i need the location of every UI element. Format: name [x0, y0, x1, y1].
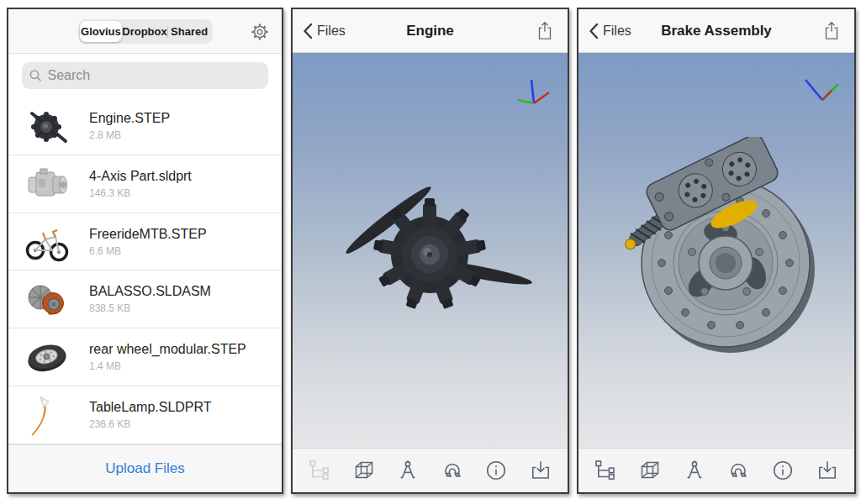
chevron-left-icon: [303, 23, 313, 39]
file-size: 6.6 MB: [89, 245, 207, 257]
viewer-header: Files Brake Assembly: [578, 9, 854, 53]
file-size: 1.4 MB: [89, 360, 246, 372]
assembly-tree-icon: [306, 457, 333, 484]
source-segmented-control: Glovius Dropbox Shared: [78, 19, 213, 44]
search-field[interactable]: [22, 62, 268, 89]
axis-triad-icon: [515, 75, 552, 110]
brake-viewer-panel: Files Brake Assembly: [577, 8, 856, 494]
section-icon[interactable]: [439, 457, 466, 484]
engine-viewer-panel: Files Engine: [291, 8, 569, 494]
viewer-toolbar: [578, 448, 854, 492]
list-item-4axis-part[interactable]: 4-Axis Part.sldprt 146.3 KB: [8, 155, 282, 213]
library-toolbar: Glovius Dropbox Shared: [8, 9, 282, 54]
list-item-rear-wheel[interactable]: rear wheel_modular.STEP 1.4 MB: [8, 328, 282, 386]
tab-shared[interactable]: Shared: [168, 21, 211, 42]
export-download-icon[interactable]: [814, 457, 841, 484]
file-name: BALASSO.SLDASM: [89, 284, 211, 299]
radial-engine-model: [325, 175, 535, 334]
views-cube-icon[interactable]: [351, 457, 378, 484]
table-lamp-thumbnail: [24, 391, 71, 438]
turbo-assembly-thumbnail: [24, 276, 71, 323]
assembly-tree-icon[interactable]: [592, 457, 619, 484]
chevron-left-icon: [589, 23, 599, 39]
search-input[interactable]: [48, 68, 261, 83]
file-name: Engine.STEP: [89, 111, 170, 126]
tab-dropbox[interactable]: Dropbox: [122, 21, 166, 42]
file-size: 236.6 KB: [89, 418, 212, 430]
library-footer: Upload Files: [8, 444, 282, 492]
viewer-header: Files Engine: [293, 9, 568, 53]
info-icon[interactable]: [483, 457, 510, 484]
viewer-toolbar: [293, 448, 568, 492]
brake-3d-viewport[interactable]: [578, 53, 854, 448]
measure-compass-icon[interactable]: [394, 457, 421, 484]
section-icon[interactable]: [725, 457, 752, 484]
info-icon[interactable]: [769, 457, 796, 484]
machined-part-thumbnail: [24, 160, 71, 207]
file-size: 2.8 MB: [89, 129, 170, 141]
tab-glovius[interactable]: Glovius: [80, 21, 123, 42]
upload-files-button[interactable]: Upload Files: [105, 460, 185, 477]
export-download-icon[interactable]: [527, 457, 554, 484]
list-item-table-lamp[interactable]: TableLamp.SLDPRT 236.6 KB: [8, 386, 282, 444]
rear-wheel-thumbnail: [24, 333, 71, 381]
search-icon: [29, 68, 43, 83]
file-name: TableLamp.SLDPRT: [89, 400, 212, 415]
back-button[interactable]: Files: [589, 23, 631, 39]
gear-icon[interactable]: [248, 20, 272, 44]
file-size: 146.3 KB: [89, 187, 192, 199]
engine-3d-viewport[interactable]: [293, 53, 568, 448]
page-title: Brake Assembly: [661, 23, 772, 39]
axis-triad-icon: [800, 73, 841, 107]
file-size: 838.5 KB: [89, 302, 211, 314]
disc-brake-model: [608, 137, 848, 381]
radial-engine-thumbnail: [24, 102, 71, 150]
file-browser-panel: Glovius Dropbox Shared: [7, 8, 283, 494]
back-button[interactable]: Files: [303, 23, 346, 39]
file-list: Engine.STEP 2.8 MB 4-Axis Part.sldprt 14…: [8, 97, 282, 444]
list-item-freeride-mtb[interactable]: FreerideMTB.STEP 6.6 MB: [8, 213, 282, 271]
mountain-bike-thumbnail: [24, 218, 71, 265]
search-row: [8, 54, 282, 97]
file-name: FreerideMTB.STEP: [89, 227, 207, 242]
views-cube-icon[interactable]: [637, 457, 663, 484]
list-item-balasso[interactable]: BALASSO.SLDASM 838.5 KB: [8, 270, 282, 328]
measure-compass-icon[interactable]: [681, 457, 708, 484]
back-label: Files: [603, 24, 631, 39]
file-name: rear wheel_modular.STEP: [89, 342, 246, 357]
list-item-engine[interactable]: Engine.STEP 2.8 MB: [8, 97, 282, 155]
page-title: Engine: [406, 23, 454, 39]
share-icon[interactable]: [821, 20, 843, 42]
file-name: 4-Axis Part.sldprt: [89, 169, 192, 184]
back-label: Files: [317, 24, 346, 39]
share-icon[interactable]: [534, 20, 556, 42]
